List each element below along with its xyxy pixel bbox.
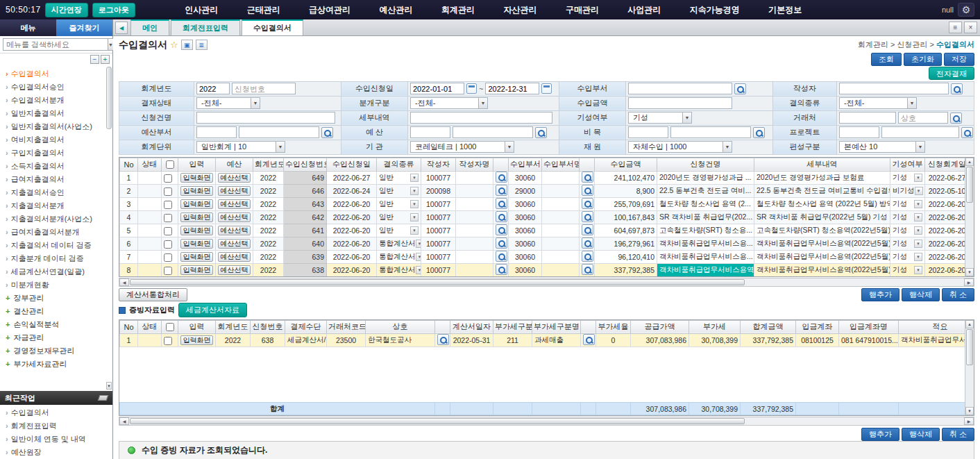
vendor-name-input[interactable]	[898, 112, 948, 124]
input-screen-button[interactable]: 입력화면	[180, 173, 213, 183]
sidebar-menu-item[interactable]: ›급여지출결의서분개	[6, 226, 105, 239]
grid2-vertical-scrollbar[interactable]: ▲ ▼	[965, 320, 974, 415]
sidebar-group-item[interactable]: +결산관리	[6, 305, 105, 318]
column-header[interactable]	[162, 158, 178, 171]
cell-select[interactable]: 비기성▼	[893, 186, 922, 196]
tab-list-icon[interactable]: ≡	[949, 22, 962, 33]
scroll-up-icon[interactable]: ▲	[965, 320, 974, 328]
budget-dept-name-input[interactable]	[239, 126, 319, 138]
save-button[interactable]: 저장	[944, 53, 974, 66]
help-doc-icon[interactable]: ≣	[196, 40, 208, 50]
calendar-icon[interactable]	[541, 83, 552, 94]
cell-select[interactable]: 기성▼	[893, 226, 922, 235]
scroll-thumb[interactable]	[966, 167, 973, 203]
input-screen-button[interactable]: 입력화면	[180, 252, 213, 262]
cell-select[interactable]: 일반▼	[379, 212, 419, 222]
sidebar-menu-item[interactable]: ›수입결의서승인	[6, 81, 105, 94]
journal-type-select[interactable]: -전체-▼	[410, 97, 488, 109]
search-icon[interactable]	[496, 185, 507, 196]
search-icon[interactable]	[582, 172, 593, 183]
table-row[interactable]: 5입력화면예산선택20226412022-06-20일반▼10007730060…	[120, 224, 970, 237]
sidebar-group-item[interactable]: +자금관리	[6, 331, 105, 344]
search-icon[interactable]	[582, 198, 593, 209]
scroll-right-icon[interactable]: ▶	[964, 417, 974, 425]
sidebar-group-item[interactable]: +손익실적분석	[6, 318, 105, 331]
search-icon[interactable]	[950, 112, 962, 124]
table-row[interactable]: 8입력화면예산선택20226382022-06-20통합계산서▼10007730…	[120, 263, 970, 276]
search-icon[interactable]	[496, 198, 507, 209]
search-icon[interactable]	[961, 127, 973, 138]
completion-select[interactable]: 기성▼	[628, 112, 692, 124]
scroll-thumb[interactable]	[130, 418, 745, 424]
tab-scroll-left-icon[interactable]: ◀	[115, 22, 128, 34]
cell-select[interactable]: 기성▼	[893, 252, 922, 262]
scroll-thumb[interactable]	[966, 329, 973, 365]
search-icon[interactable]	[951, 83, 963, 94]
grid1-vertical-scrollbar[interactable]: ▲ ▼	[965, 158, 974, 276]
budget-select-button[interactable]: 예산선택	[218, 186, 251, 196]
topbar-menu-item[interactable]: 급상여관리	[305, 1, 355, 19]
expense-item-name-input[interactable]	[670, 126, 751, 138]
table-row[interactable]: 6입력화면예산선택20226402022-06-20통합계산서▼10007730…	[120, 237, 970, 250]
organization-select[interactable]: 코레일테크 | 1000▼	[410, 141, 514, 153]
invoice-merge-button[interactable]: 계산서통합처리	[119, 288, 187, 301]
search-icon[interactable]	[496, 172, 507, 183]
table-row[interactable]: 1입력화면예산선택20226492022-06-27일반▼10007730060…	[120, 171, 970, 184]
topbar-menu-item[interactable]: 회계관리	[437, 1, 479, 19]
reset-button[interactable]: 초기화	[904, 53, 942, 66]
expand-plus-icon[interactable]: +	[6, 360, 10, 368]
table-row[interactable]: 4입력화면예산선택20226422022-06-20일반▼10007730060…	[120, 210, 970, 224]
e-approval-button[interactable]: 전자결재	[929, 67, 974, 80]
search-icon[interactable]	[753, 127, 765, 138]
search-icon[interactable]	[582, 211, 593, 222]
input-screen-button[interactable]: 입력화면	[180, 199, 213, 209]
favorite-star-icon[interactable]: ☆	[170, 40, 178, 50]
select-all-checkbox[interactable]	[166, 323, 174, 331]
sidebar-menu-item[interactable]: ›급여지출결의서	[6, 173, 105, 186]
fiscal-year-input[interactable]	[196, 83, 230, 94]
grid1-horizontal-scrollbar[interactable]: ◀ ▶	[119, 278, 974, 287]
search-icon[interactable]	[496, 251, 507, 262]
vendor-code-input[interactable]	[839, 112, 896, 124]
topbar-menu-item[interactable]: 인사관리	[180, 1, 222, 19]
recent-item[interactable]: ›수입결의서	[6, 406, 112, 419]
column-header[interactable]	[162, 320, 178, 333]
writer-input[interactable]	[839, 83, 949, 94]
settings-gear-icon[interactable]: ⚙	[958, 3, 974, 17]
search-icon[interactable]	[496, 237, 507, 249]
budget-select-button[interactable]: 예산선택	[218, 212, 251, 222]
input-screen-button[interactable]: 입력화면	[180, 239, 213, 249]
row-checkbox[interactable]	[164, 267, 172, 275]
table-row[interactable]: 9입력화면예산선택20226362022-06-20일반▼10007730060…	[120, 276, 970, 277]
sidebar-group-item[interactable]: +경영정보재무관리	[6, 344, 105, 358]
topbar-menu-item[interactable]: 기본정보	[764, 1, 806, 19]
grid1-cancel-button[interactable]: 취 소	[942, 288, 974, 301]
row-checkbox[interactable]	[164, 201, 172, 209]
budget-select-button[interactable]: 예산선택	[218, 265, 251, 275]
scroll-down-icon[interactable]: ▼	[965, 407, 974, 415]
project-name-input[interactable]	[881, 126, 959, 138]
topbar-menu-item[interactable]: 예산관리	[375, 1, 417, 19]
sidebar-group-item[interactable]: +장부관리	[6, 292, 105, 305]
sidebar-menu-item[interactable]: ›지출결의서분개(사업소)	[6, 212, 105, 226]
expense-item-code-input[interactable]	[628, 126, 668, 138]
scroll-right-icon[interactable]: ▶	[964, 278, 974, 286]
scroll-up-icon[interactable]: ▲	[965, 158, 974, 166]
cell-select[interactable]: 일반▼	[379, 173, 419, 183]
table-row[interactable]: 3입력화면예산선택20226432022-06-20일반▼10007730060…	[120, 197, 970, 210]
select-all-checkbox[interactable]	[166, 160, 174, 169]
grid2-add-row-button[interactable]: 행추가	[861, 428, 899, 441]
search-icon[interactable]	[582, 224, 593, 235]
recent-item[interactable]: ›회계전표입력	[6, 419, 112, 433]
input-screen-button[interactable]: 입력화면	[180, 212, 213, 222]
row-checkbox[interactable]	[164, 253, 172, 262]
topbar-menu-item[interactable]: 자산관리	[499, 1, 541, 19]
search-icon[interactable]	[582, 237, 593, 249]
sidebar-menu-item[interactable]: ›지출결의서 데이터 검증	[6, 239, 105, 252]
scroll-left-icon[interactable]: ◀	[119, 278, 129, 286]
accounting-unit-select[interactable]: 일반회계 | 10▼	[196, 141, 285, 153]
grid2-cancel-button[interactable]: 취 소	[942, 428, 974, 441]
budget-select-button[interactable]: 예산선택	[218, 173, 251, 183]
search-icon[interactable]	[496, 224, 507, 235]
request-title-input[interactable]	[196, 112, 335, 124]
